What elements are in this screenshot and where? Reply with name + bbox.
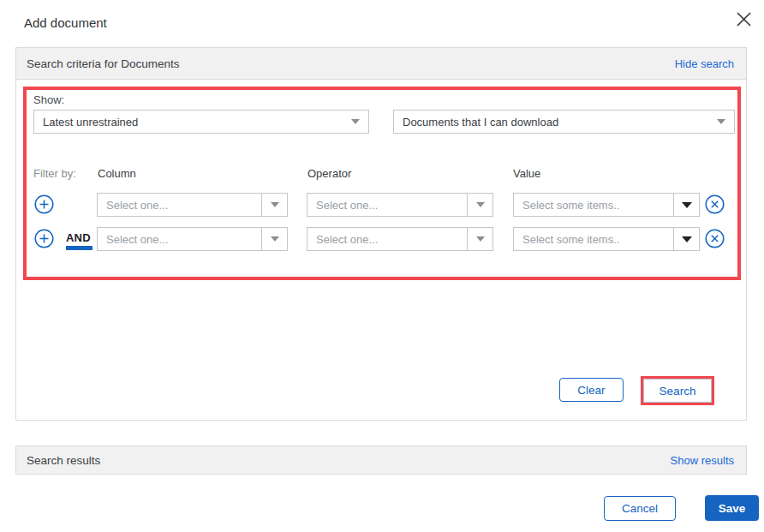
chevron-down-icon	[467, 228, 492, 250]
close-icon[interactable]	[732, 8, 755, 30]
plus-circle-icon	[34, 194, 54, 214]
filter-row1-column-placeholder: Select one...	[98, 199, 261, 212]
show-select-left[interactable]: Latest unrestrained	[33, 110, 369, 134]
page-title: Add document	[24, 15, 107, 30]
chevron-down-icon	[673, 228, 699, 250]
filter-row1-operator-select[interactable]: Select one...	[307, 193, 493, 217]
filter-row2-column-select[interactable]: Select one...	[97, 227, 288, 251]
filter-row2-column-placeholder: Select one...	[98, 233, 261, 246]
hide-search-link[interactable]: Hide search	[675, 57, 734, 70]
filter-row2-operator-placeholder: Select one...	[307, 233, 467, 246]
x-circle-icon	[705, 194, 725, 214]
show-select-right-value: Documents that I can download	[394, 116, 708, 129]
filter-row2-operator-select[interactable]: Select one...	[307, 227, 493, 251]
filter-by-label: Filter by:	[33, 167, 76, 180]
criteria-header-bar: Search criteria for Documents Hide searc…	[16, 48, 746, 80]
remove-filter-button[interactable]	[705, 229, 725, 248]
and-conjunction-underline	[66, 246, 93, 250]
show-select-left-value: Latest unrestrained	[34, 116, 343, 129]
filter-row2-value-select[interactable]: Select some items..	[513, 227, 700, 251]
chevron-down-icon	[261, 194, 287, 216]
search-results-bar: Search results Show results	[15, 445, 747, 475]
filter-row1-operator-placeholder: Select one...	[307, 199, 467, 212]
column-header-label: Column	[98, 167, 136, 180]
cancel-button[interactable]: Cancel	[604, 496, 676, 521]
add-filter-button[interactable]	[34, 229, 54, 248]
clear-button[interactable]: Clear	[559, 378, 624, 402]
filter-row2-value-placeholder: Select some items..	[514, 233, 673, 246]
remove-filter-button[interactable]	[705, 194, 725, 214]
search-results-title: Search results	[27, 454, 100, 467]
filter-row1-value-placeholder: Select some items..	[514, 199, 673, 212]
filter-row1-column-select[interactable]: Select one...	[97, 193, 288, 217]
chevron-down-icon	[467, 194, 492, 216]
add-document-dialog: Add document Search criteria for Documen…	[0, 0, 764, 532]
show-results-link[interactable]: Show results	[671, 454, 734, 467]
and-conjunction-label[interactable]: AND	[66, 231, 91, 244]
chevron-down-icon	[708, 111, 734, 133]
chevron-down-icon	[673, 194, 699, 216]
search-button[interactable]: Search	[643, 379, 712, 403]
operator-header-label: Operator	[307, 167, 351, 180]
x-circle-icon	[705, 229, 725, 248]
search-criteria-panel: Search criteria for Documents Hide searc…	[15, 47, 747, 421]
chevron-down-icon	[261, 228, 287, 250]
save-button[interactable]: Save	[705, 495, 759, 521]
plus-circle-icon	[34, 229, 54, 248]
criteria-header-title: Search criteria for Documents	[27, 57, 180, 70]
value-header-label: Value	[513, 167, 540, 180]
add-filter-button[interactable]	[34, 194, 54, 214]
chevron-down-icon	[343, 111, 368, 133]
show-select-right[interactable]: Documents that I can download	[393, 110, 735, 134]
filter-row1-value-select[interactable]: Select some items..	[513, 193, 700, 217]
show-label: Show:	[33, 93, 64, 106]
search-button-highlight: Search	[641, 376, 714, 405]
